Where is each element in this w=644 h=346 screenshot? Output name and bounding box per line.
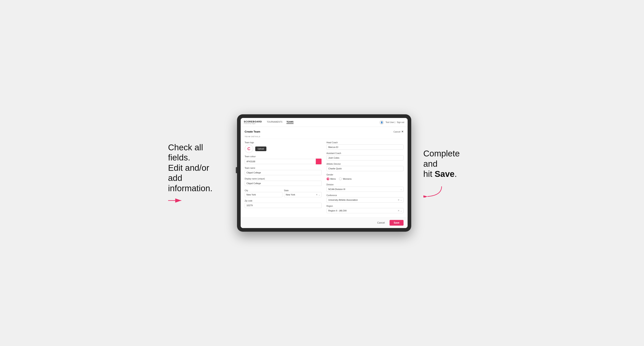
division-label: Division <box>326 183 404 186</box>
head-coach-label: Head Coach <box>326 142 404 144</box>
assistant-coach-input[interactable] <box>326 155 404 161</box>
team-colour-input[interactable] <box>245 159 316 164</box>
gender-mens-radio[interactable] <box>326 177 330 180</box>
city-state-group: City State ✕ ⌄ <box>245 188 322 197</box>
form-header: Create Team Cancel ✕ <box>245 130 404 133</box>
team-name-field: Team name <box>245 167 322 175</box>
display-name-field: Display name (unique) <box>245 178 322 186</box>
navbar: SCOREBOARD Powered by clippd TOURNAMENTS… <box>241 118 408 127</box>
signout-link[interactable]: Sign out <box>397 121 404 123</box>
display-name-label: Display name (unique) <box>245 178 322 180</box>
city-state-fields: City State ✕ ⌄ <box>245 188 322 197</box>
brand-title: SCOREBOARD <box>244 120 262 123</box>
brand: SCOREBOARD Powered by clippd <box>244 120 262 124</box>
color-swatch[interactable] <box>316 159 322 165</box>
zip-label: Zip code <box>245 200 322 202</box>
state-subgroup: State ✕ ⌄ <box>284 188 322 197</box>
division-select-wrapper: ⌄ <box>326 186 404 192</box>
upload-button[interactable]: Upload <box>255 147 266 151</box>
cancel-x-button[interactable]: Cancel ✕ <box>394 130 403 133</box>
head-coach-field: Head Coach <box>326 142 404 150</box>
city-subgroup: City <box>245 188 282 197</box>
division-input[interactable] <box>326 186 404 192</box>
city-input[interactable] <box>245 192 282 197</box>
logo-letter: C <box>247 147 250 151</box>
athletic-director-field: Athletic Director <box>326 163 404 171</box>
assistant-coach-field: Assistant Coach <box>326 152 404 161</box>
user-avatar: 👤 <box>380 120 384 125</box>
athletic-director-input[interactable] <box>326 166 404 171</box>
city-label: City <box>245 189 248 192</box>
gender-mens-label: Mens <box>330 178 336 180</box>
region-field: Region ✕ ⌄ <box>326 205 404 213</box>
conference-select-wrapper: ✕ ⌄ <box>326 197 404 202</box>
annotation-left: Check all fields. Edit and/or add inform… <box>168 143 225 203</box>
team-logo-field: Team logo C Upload <box>245 142 322 153</box>
nav-tournaments[interactable]: TOURNAMENTS <box>267 121 282 124</box>
gender-womens-option[interactable]: Womens <box>339 177 352 180</box>
team-colour-label: Team colour <box>245 155 322 158</box>
left-column: Team logo C Upload Team colour <box>245 142 322 213</box>
gender-radio-group: Mens Womens <box>326 177 404 181</box>
athletic-director-label: Athletic Director <box>326 163 404 165</box>
color-input-row <box>245 159 322 165</box>
gender-womens-radio[interactable] <box>339 177 342 180</box>
right-column: Head Coach Assistant Coach Athletic Dire… <box>326 142 404 213</box>
gender-field: Gender Mens Womens <box>326 173 404 181</box>
left-arrow-indicator <box>168 197 225 203</box>
region-clear-button[interactable]: ✕ <box>398 209 400 212</box>
brand-sub: Powered by clippd <box>244 123 262 124</box>
user-label: Test User | <box>386 121 395 123</box>
gender-mens-option[interactable]: Mens <box>326 177 336 180</box>
region-select-wrapper: ✕ ⌄ <box>326 208 404 213</box>
gender-mens-dot <box>327 178 328 180</box>
conference-input[interactable] <box>326 197 404 202</box>
form-footer: Cancel Save <box>241 217 408 228</box>
team-name-input[interactable] <box>245 170 322 175</box>
annotation-right-text: Complete and hit Save. <box>424 149 476 179</box>
footer-save-button[interactable]: Save <box>390 220 403 226</box>
conference-clear-button[interactable]: ✕ <box>398 199 400 201</box>
form-grid: Team logo C Upload Team colour <box>245 142 404 213</box>
state-select-wrapper: ✕ ⌄ <box>284 192 322 197</box>
team-name-label: Team name <box>245 167 322 169</box>
nav-teams[interactable]: TEAMS <box>286 121 294 124</box>
division-field: Division ⌄ <box>326 183 404 192</box>
tablet-side-button <box>236 167 237 173</box>
annotation-right: Complete and hit Save. <box>424 149 476 197</box>
section-label: TEAM DETAILS <box>245 136 404 139</box>
state-clear-button[interactable]: ✕ <box>316 193 318 196</box>
region-label: Region <box>326 205 404 207</box>
zip-code-field: Zip code <box>245 200 322 208</box>
form-title: Create Team <box>245 130 260 133</box>
logo-circle: C <box>245 145 253 153</box>
form-container: Create Team Cancel ✕ TEAM DETAILS Team l… <box>241 127 408 217</box>
team-colour-field: Team colour <box>245 155 322 165</box>
display-name-input[interactable] <box>245 181 322 186</box>
conference-label: Conference <box>326 194 404 196</box>
gender-womens-label: Womens <box>343 178 352 180</box>
nav-links: TOURNAMENTS TEAMS <box>267 121 380 124</box>
close-icon[interactable]: ✕ <box>401 130 404 133</box>
zip-input[interactable] <box>245 203 322 208</box>
state-label: State <box>284 189 289 192</box>
footer-cancel-button[interactable]: Cancel <box>375 220 387 225</box>
head-coach-input[interactable] <box>326 145 404 150</box>
nav-right: 👤 Test User | Sign out <box>380 120 404 125</box>
tablet-screen: SCOREBOARD Powered by clippd TOURNAMENTS… <box>241 118 408 228</box>
right-arrow-indicator <box>424 185 444 197</box>
gender-label: Gender <box>326 173 404 176</box>
assistant-coach-label: Assistant Coach <box>326 152 404 154</box>
team-logo-label: Team logo <box>245 142 322 144</box>
page-wrapper: Check all fields. Edit and/or add inform… <box>8 114 636 232</box>
region-input[interactable] <box>326 208 404 213</box>
team-logo-area: C Upload <box>245 145 322 153</box>
tablet-device: SCOREBOARD Powered by clippd TOURNAMENTS… <box>237 114 411 232</box>
conference-field: Conference ✕ ⌄ <box>326 194 404 202</box>
